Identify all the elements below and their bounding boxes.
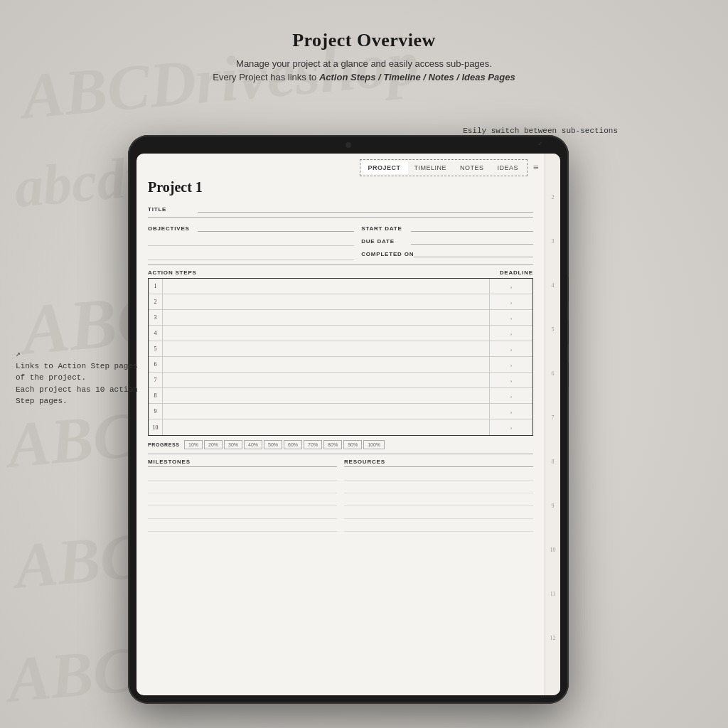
completed-on-field: COMPLETED ON [361,247,533,257]
action-num-6: 6 [149,357,163,372]
action-num-4: 4 [149,326,163,341]
side-button-3 [568,363,569,387]
action-deadline-3: › [490,310,532,325]
objectives-col: OBJECTIVES [148,222,354,260]
milestones-resources: MILESTONES RESOURCES [148,459,533,533]
resources-col: RESOURCES [344,459,533,533]
resource-line-5 [344,520,533,532]
subtitle-2-links: Action Steps / Timeline / Notes / Ideas … [319,72,515,82]
resource-line-1 [344,469,533,481]
page-num-4: 4 [552,247,555,291]
tablet: PROJECT TIMELINE NOTES IDEAS ≡ Project 1… [128,135,569,704]
due-date-field: DUE DATE [361,235,533,245]
action-row: 9 › [149,404,532,419]
action-steps-header: ACTION STEPS DEADLINE [148,269,533,276]
milestones-col: MILESTONES [148,459,337,533]
side-button-2 [568,320,569,345]
project-body: Project 1 TITLE OBJECTIVES [136,179,545,540]
arrow-down-right: ↙ [463,138,618,147]
tablet-screen: PROJECT TIMELINE NOTES IDEAS ≡ Project 1… [136,154,560,695]
progress-100[interactable]: 100% [363,440,385,449]
resources-label: RESOURCES [344,459,533,467]
tab-project[interactable]: PROJECT [361,161,408,174]
annotation-left-arrow: ↗ [16,350,21,358]
milestone-line-5 [148,520,337,532]
progress-label: PROGRESS [148,442,180,447]
main-content: PROJECT TIMELINE NOTES IDEAS ≡ Project 1… [136,154,545,695]
action-deadline-8: › [490,388,532,403]
page-num-2: 2 [552,159,555,203]
page-num-5: 5 [552,291,555,336]
milestone-line-1 [148,469,337,481]
action-deadline-2: › [490,294,532,309]
action-num-9: 9 [149,404,163,419]
milestones-label: MILESTONES [148,459,337,467]
objectives-dates-row: OBJECTIVES START DATE DUE DATE [148,222,533,260]
progress-section: PROGRESS 10% 20% 30% 40% 50% 60% 70% 80%… [148,440,533,449]
objectives-field: OBJECTIVES [148,222,354,232]
action-row: 10 › [149,419,532,435]
progress-30[interactable]: 30% [224,440,242,449]
action-deadline-5: › [490,341,532,356]
action-num-1: 1 [149,279,163,294]
tab-ideas[interactable]: IDEAS [491,161,526,174]
action-num-5: 5 [149,341,163,356]
action-num-8: 8 [149,388,163,403]
action-row: 6 › [149,357,532,373]
camera-dot [346,142,351,148]
action-text-8 [163,388,490,403]
action-deadline-10: › [490,419,532,435]
action-text-6 [163,357,490,372]
resource-line-3 [344,495,533,506]
action-row: 8 › [149,388,532,404]
annotation-right: Esily switch between sub-sections ↙ [463,127,618,147]
action-steps-table: 1 › 2 › 3 › 4 [148,278,533,436]
action-num-7: 7 [149,373,163,387]
deadline-label: DEADLINE [500,269,533,276]
due-date-label: DUE DATE [361,238,411,245]
progress-10[interactable]: 10% [184,440,203,449]
side-button-1 [568,277,569,302]
objectives-line [198,222,354,232]
milestone-line-3 [148,495,337,506]
start-date-label: START DATE [361,225,411,232]
tab-group: PROJECT TIMELINE NOTES IDEAS [360,159,528,176]
dates-col: START DATE DUE DATE COMPLETED ON [361,222,533,260]
action-row: 1 › [149,279,532,294]
progress-80[interactable]: 80% [323,440,342,449]
resource-line-4 [344,508,533,519]
resource-line-2 [344,482,533,493]
progress-20[interactable]: 20% [204,440,223,449]
action-row: 5 › [149,341,532,357]
progress-90[interactable]: 90% [343,440,362,449]
title-input-line [198,203,533,213]
action-deadline-7: › [490,373,532,387]
page-num-7: 7 [552,380,555,424]
action-text-4 [163,326,490,341]
action-text-1 [163,279,490,294]
action-num-10: 10 [149,419,163,435]
title-field-row: TITLE [148,203,533,213]
action-deadline-6: › [490,357,532,372]
action-text-10 [163,419,490,435]
action-text-9 [163,404,490,419]
milestone-line-4 [148,508,337,519]
project-name: Project 1 [148,179,533,196]
action-deadline-1: › [490,279,532,294]
action-row: 2 › [149,294,532,310]
progress-60[interactable]: 60% [284,440,302,449]
tab-notes[interactable]: NOTES [453,161,491,174]
annotation-left: ↗ Links to Action Step pages of the proj… [16,348,138,407]
milestone-line-2 [148,482,337,493]
action-row: 7 › [149,373,532,388]
action-row: 3 › [149,310,532,326]
page-title: Project Overview [0,30,728,51]
action-num-3: 3 [149,310,163,325]
progress-50[interactable]: 50% [264,440,282,449]
action-num-2: 2 [149,294,163,309]
progress-70[interactable]: 70% [304,440,322,449]
tab-timeline[interactable]: TIMELINE [407,161,454,174]
progress-40[interactable]: 40% [244,440,262,449]
menu-icon[interactable]: ≡ [533,162,539,173]
page-num-8: 8 [552,424,555,468]
